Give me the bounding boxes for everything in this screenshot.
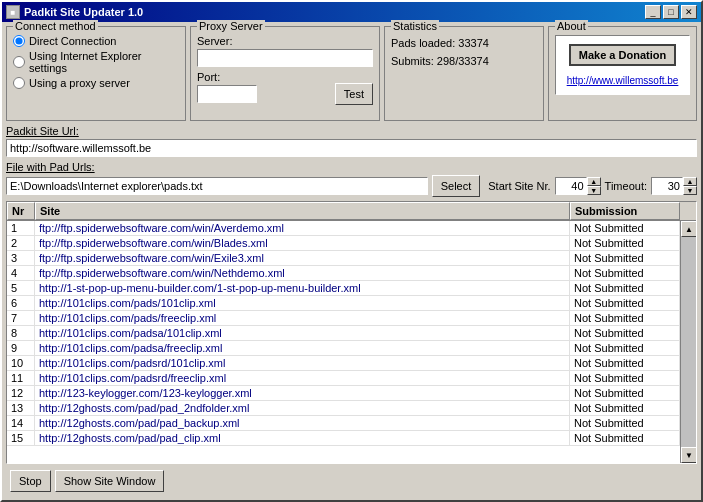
td-submission: Not Submitted	[570, 341, 680, 355]
about-link[interactable]: http://www.willemssoft.be	[567, 75, 679, 86]
title-buttons: _ □ ✕	[645, 5, 697, 19]
td-nr: 12	[7, 386, 35, 400]
proxy-fields: Server: Port: Test	[197, 35, 373, 105]
td-submission: Not Submitted	[570, 401, 680, 415]
timeout-input[interactable]	[651, 177, 683, 195]
table-row: 4 ftp://ftp.spiderwebsoftware.com/win/Ne…	[7, 266, 680, 281]
about-label: About	[555, 20, 588, 32]
table-row: 14 http://12ghosts.com/pad/pad_backup.xm…	[7, 416, 680, 431]
td-site: ftp://ftp.spiderwebsoftware.com/win/Exil…	[35, 251, 570, 265]
table-scrollbar[interactable]: ▲ ▼	[680, 221, 696, 463]
td-nr: 9	[7, 341, 35, 355]
timeout-spinner: ▲ ▼	[651, 177, 697, 195]
radio-proxy-input[interactable]	[13, 77, 25, 89]
td-nr: 3	[7, 251, 35, 265]
col-nr: Nr	[7, 202, 35, 220]
table-row: 6 http://101clips.com/pads/101clip.xml N…	[7, 296, 680, 311]
start-site-nr-down[interactable]: ▼	[587, 186, 601, 195]
radio-direct-input[interactable]	[13, 35, 25, 47]
radio-ie-label: Using Internet Explorer settings	[29, 50, 179, 74]
td-site: http://101clips.com/padsrd/101clip.xml	[35, 356, 570, 370]
td-nr: 2	[7, 236, 35, 250]
td-nr: 5	[7, 281, 35, 295]
scroll-up-arrow[interactable]: ▲	[681, 221, 696, 237]
stop-button[interactable]: Stop	[10, 470, 51, 492]
scroll-track[interactable]	[681, 237, 696, 447]
port-input[interactable]	[197, 85, 257, 103]
test-button[interactable]: Test	[335, 83, 373, 105]
header-scrollbar-spacer	[680, 202, 696, 220]
td-site: http://12ghosts.com/pad/pad_clip.xml	[35, 431, 570, 445]
statistics-label: Statistics	[391, 20, 439, 32]
padkit-url-input[interactable]	[6, 139, 697, 157]
radio-direct-label: Direct Connection	[29, 35, 116, 47]
td-site: http://101clips.com/padsa/101clip.xml	[35, 326, 570, 340]
td-nr: 13	[7, 401, 35, 415]
radio-direct: Direct Connection	[13, 35, 179, 47]
table-body[interactable]: 1 ftp://ftp.spiderwebsoftware.com/win/Av…	[7, 221, 680, 463]
main-content: Connect method Direct Connection Using I…	[2, 22, 701, 500]
start-site-nr-spinner: ▲ ▼	[555, 177, 601, 195]
title-bar-left: ■ Padkit Site Updater 1.0	[6, 5, 143, 19]
td-submission: Not Submitted	[570, 221, 680, 235]
start-site-nr-up[interactable]: ▲	[587, 177, 601, 186]
maximize-button[interactable]: □	[663, 5, 679, 19]
file-section: File with Pad Urls: Select Start Site Nr…	[6, 161, 697, 197]
bottom-bar: Stop Show Site Window	[6, 468, 697, 496]
td-site: http://101clips.com/padsa/freeclip.xml	[35, 341, 570, 355]
minimize-button[interactable]: _	[645, 5, 661, 19]
start-site-nr-input[interactable]	[555, 177, 587, 195]
connect-method-group: Connect method Direct Connection Using I…	[6, 26, 186, 121]
app-icon: ■	[6, 5, 20, 19]
timeout-up[interactable]: ▲	[683, 177, 697, 186]
site-nr-row: Start Site Nr. ▲ ▼ Timeout: ▲ ▼	[488, 177, 697, 195]
td-nr: 10	[7, 356, 35, 370]
td-nr: 1	[7, 221, 35, 235]
table-row: 9 http://101clips.com/padsa/freeclip.xml…	[7, 341, 680, 356]
td-nr: 14	[7, 416, 35, 430]
radio-ie-input[interactable]	[13, 56, 25, 68]
file-with-pad-label: File with Pad Urls:	[6, 161, 697, 173]
td-site: ftp://ftp.spiderwebsoftware.com/win/Neth…	[35, 266, 570, 280]
col-site: Site	[35, 202, 570, 220]
table-header: Nr Site Submission	[7, 202, 696, 221]
td-submission: Not Submitted	[570, 296, 680, 310]
td-submission: Not Submitted	[570, 431, 680, 445]
td-submission: Not Submitted	[570, 371, 680, 385]
timeout-down[interactable]: ▼	[683, 186, 697, 195]
show-site-window-button[interactable]: Show Site Window	[55, 470, 165, 492]
radio-proxy: Using a proxy server	[13, 77, 179, 89]
table-row: 11 http://101clips.com/padsrd/freeclip.x…	[7, 371, 680, 386]
td-submission: Not Submitted	[570, 356, 680, 370]
padkit-url-label: Padkit Site Url:	[6, 125, 697, 137]
submits: Submits: 298/33374	[391, 53, 537, 71]
td-site: http://12ghosts.com/pad/pad_2ndfolder.xm…	[35, 401, 570, 415]
file-row: Select Start Site Nr. ▲ ▼ Timeout:	[6, 175, 697, 197]
timeout-arrows: ▲ ▼	[683, 177, 697, 195]
td-submission: Not Submitted	[570, 236, 680, 250]
table-row: 15 http://12ghosts.com/pad/pad_clip.xml …	[7, 431, 680, 446]
td-site: http://101clips.com/pads/freeclip.xml	[35, 311, 570, 325]
td-site: http://1-st-pop-up-menu-builder.com/1-st…	[35, 281, 570, 295]
close-button[interactable]: ✕	[681, 5, 697, 19]
port-label: Port:	[197, 71, 331, 83]
td-submission: Not Submitted	[570, 311, 680, 325]
table-row: 3 ftp://ftp.spiderwebsoftware.com/win/Ex…	[7, 251, 680, 266]
file-input[interactable]	[6, 177, 428, 195]
donate-button[interactable]: Make a Donation	[569, 44, 676, 66]
server-input[interactable]	[197, 49, 373, 67]
timeout-label: Timeout:	[605, 180, 647, 192]
td-submission: Not Submitted	[570, 251, 680, 265]
sites-table-container: Nr Site Submission 1 ftp://ftp.spiderweb…	[6, 201, 697, 464]
about-inner: Make a Donation http://www.willemssoft.b…	[555, 35, 690, 95]
scroll-down-arrow[interactable]: ▼	[681, 447, 696, 463]
table-row: 13 http://12ghosts.com/pad/pad_2ndfolder…	[7, 401, 680, 416]
select-button[interactable]: Select	[432, 175, 481, 197]
connect-method-label: Connect method	[13, 20, 98, 32]
table-row: 1 ftp://ftp.spiderwebsoftware.com/win/Av…	[7, 221, 680, 236]
url-section: Padkit Site Url:	[6, 125, 697, 157]
td-nr: 6	[7, 296, 35, 310]
proxy-server-label: Proxy Server	[197, 20, 265, 32]
server-label: Server:	[197, 35, 373, 47]
td-site: ftp://ftp.spiderwebsoftware.com/win/Blad…	[35, 236, 570, 250]
